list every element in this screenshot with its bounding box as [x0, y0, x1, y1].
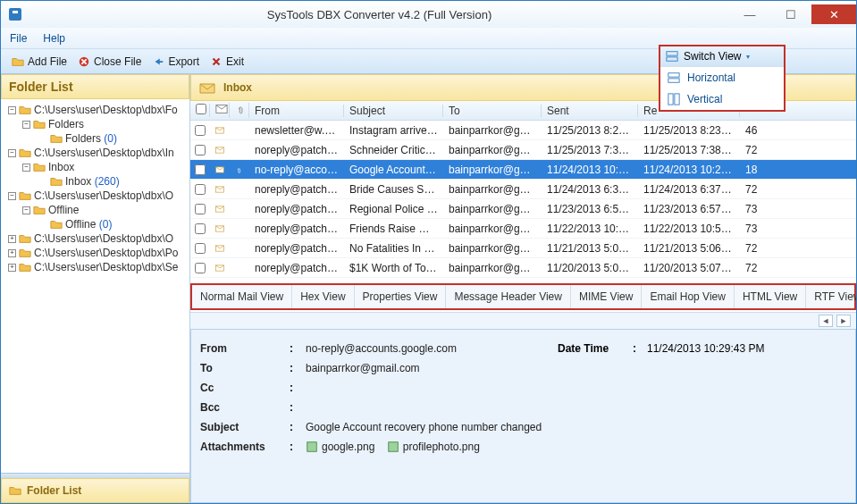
row-checkbox[interactable]: [190, 204, 210, 214]
table-row[interactable]: newsletter@w.sof...Instagram arrives ...…: [190, 121, 856, 140]
tree-item[interactable]: Folders (0): [65, 132, 117, 145]
to-label: To: [200, 362, 290, 374]
add-file-label: Add File: [28, 55, 67, 68]
tree-item[interactable]: Inbox (260): [65, 175, 120, 188]
tree-item[interactable]: Folders: [48, 118, 84, 130]
col-attachment-icon[interactable]: [230, 103, 249, 118]
minimize-button[interactable]: —: [729, 4, 770, 24]
tree-expand-icon[interactable]: +: [8, 264, 16, 272]
table-row[interactable]: noreply@patch.comSchneider Criticiz...ba…: [190, 140, 856, 160]
folder-tree[interactable]: −C:\Users\user\Desktop\dbx\Fo −Folders F…: [1, 99, 189, 473]
menu-help[interactable]: Help: [43, 32, 65, 45]
cell-received: 11/24/2013 6:37:4...: [638, 183, 740, 196]
vertical-layout-icon: [668, 93, 680, 105]
from-value: no-reply@accounts.google.com: [306, 342, 457, 355]
attachment-item[interactable]: google.png: [306, 441, 374, 453]
folder-list-bottom-label: Folder List: [27, 484, 81, 497]
row-checkbox[interactable]: [190, 243, 210, 254]
subject-label: Subject: [200, 421, 290, 433]
row-checkbox[interactable]: [190, 184, 210, 195]
tab-html-view[interactable]: HTML View: [735, 285, 806, 308]
attachment-item[interactable]: profilephoto.png: [387, 441, 480, 453]
switch-view-button[interactable]: Switch View ▾: [660, 46, 784, 67]
exit-button[interactable]: Exit: [205, 55, 249, 68]
tree-item[interactable]: C:\Users\user\Desktop\dbx\In: [34, 147, 174, 159]
folder-list-bottom-tab[interactable]: Folder List: [1, 478, 189, 503]
col-checkbox[interactable]: [190, 104, 210, 117]
tree-item[interactable]: Offline: [48, 204, 79, 216]
cell-from: noreply@patch.com: [249, 223, 344, 235]
tab-rtf-view[interactable]: RTF View: [806, 285, 857, 308]
to-value: bainparrkor@gmail.com: [306, 362, 420, 374]
row-checkbox[interactable]: [190, 223, 210, 234]
attachments-value: google.png profilephoto.png: [306, 441, 489, 456]
row-checkbox[interactable]: [190, 164, 210, 175]
tree-collapse-icon[interactable]: −: [8, 192, 16, 200]
cell-received: 11/25/2013 8:23:0...: [638, 124, 740, 137]
tab-normal-mail-view[interactable]: Normal Mail View: [192, 285, 292, 308]
cell-received: 11/23/2013 6:57:4...: [638, 203, 740, 215]
export-button[interactable]: Export: [147, 55, 205, 68]
tree-item[interactable]: C:\Users\user\Desktop\dbx\Se: [34, 261, 178, 273]
horizontal-label: Horizontal: [687, 71, 735, 84]
close-button[interactable]: ✕: [811, 4, 856, 24]
tree-collapse-icon[interactable]: −: [8, 106, 16, 114]
row-checkbox[interactable]: [190, 145, 210, 155]
cell-received: 11/20/2013 5:07:2...: [638, 262, 740, 274]
tab-mime-view[interactable]: MIME View: [571, 285, 642, 308]
tree-item[interactable]: C:\Users\user\Desktop\dbx\Fo: [34, 104, 178, 116]
envelope-icon: [210, 164, 230, 176]
tree-item[interactable]: C:\Users\user\Desktop\dbx\O: [34, 232, 173, 245]
tree-collapse-icon[interactable]: −: [22, 121, 30, 129]
tree-expand-icon[interactable]: +: [8, 249, 16, 257]
envelope-icon: [210, 183, 230, 196]
tab-nav-left[interactable]: ◄: [819, 315, 833, 327]
cell-size: 72: [740, 144, 776, 156]
close-file-button[interactable]: Close File: [72, 55, 147, 68]
tab-email-hop-view[interactable]: Email Hop View: [642, 285, 734, 308]
switch-view-menu: Switch View ▾ Horizontal Vertical: [659, 45, 786, 112]
table-row[interactable]: noreply@patch.comBride Causes Scen...bai…: [190, 180, 856, 199]
table-row[interactable]: noreply@patch.comNo Fatalities In La...b…: [190, 239, 856, 258]
cell-sent: 11/24/2013 6:37:4...: [542, 183, 638, 196]
col-subject[interactable]: Subject: [344, 105, 443, 117]
tab-properties-view[interactable]: Properties View: [355, 285, 447, 308]
col-envelope-icon[interactable]: [210, 103, 230, 118]
tree-collapse-icon[interactable]: −: [22, 164, 30, 172]
col-sent[interactable]: Sent: [542, 105, 638, 117]
folder-icon: [9, 484, 21, 497]
tree-item[interactable]: Offline (0): [65, 218, 112, 231]
add-file-button[interactable]: Add File: [6, 55, 72, 68]
export-icon: [152, 55, 164, 68]
folder-icon: [19, 247, 31, 259]
tab-message-header-view[interactable]: Message Header View: [446, 285, 571, 308]
tab-hex-view[interactable]: Hex View: [292, 285, 354, 308]
svg-rect-5: [668, 79, 679, 82]
switch-view-vertical[interactable]: Vertical: [660, 88, 784, 110]
table-row[interactable]: noreply@patch.comRegional Police R...bai…: [190, 199, 856, 219]
table-row[interactable]: noreply@patch.comFriends Raise Mo...bain…: [190, 219, 856, 239]
menu-file[interactable]: File: [10, 32, 27, 45]
tree-collapse-icon[interactable]: −: [8, 149, 16, 157]
cell-from: noreply@patch.com: [249, 262, 344, 274]
cell-to: bainparrkor@gma...: [443, 262, 542, 274]
tree-collapse-icon[interactable]: −: [22, 206, 30, 214]
col-from[interactable]: From: [249, 105, 344, 117]
row-checkbox[interactable]: [190, 125, 210, 136]
switch-view-horizontal[interactable]: Horizontal: [660, 67, 784, 88]
tree-expand-icon[interactable]: +: [8, 235, 16, 243]
cell-received: 11/21/2013 5:06:5...: [638, 242, 740, 255]
table-row[interactable]: no-reply@accoun...Google Account r...bai…: [190, 160, 856, 180]
tree-item[interactable]: C:\Users\user\Desktop\dbx\Po: [34, 247, 178, 259]
col-to[interactable]: To: [443, 105, 542, 117]
tree-item[interactable]: C:\Users\user\Desktop\dbx\O: [34, 189, 173, 202]
tab-scroll-nav: ◄ ►: [190, 312, 856, 329]
tree-item[interactable]: Inbox: [48, 161, 74, 173]
tab-nav-right[interactable]: ►: [836, 315, 851, 327]
cell-sent: 11/25/2013 7:38:3...: [542, 144, 638, 156]
cell-sent: 11/21/2013 5:06:5...: [542, 242, 638, 255]
table-row[interactable]: noreply@patch.com$1K Worth of Too...bain…: [190, 258, 856, 278]
envelope-icon: [210, 203, 230, 215]
maximize-button[interactable]: ☐: [770, 4, 811, 24]
row-checkbox[interactable]: [190, 263, 210, 273]
